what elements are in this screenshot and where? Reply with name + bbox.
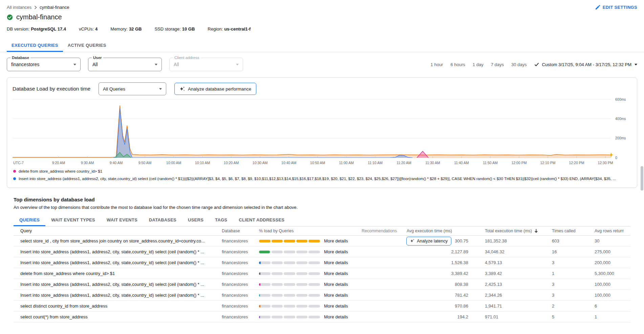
scrollbar-thumb[interactable] — [641, 166, 643, 191]
column-header-load-by-queries[interactable]: % load by Queries — [259, 229, 357, 233]
total-execution-time-cell: 4,579.13 — [468, 260, 550, 265]
meta-vcpus: vCPUs:4 — [79, 26, 98, 32]
times-called-cell: 603 — [550, 238, 594, 243]
dimension-tab-client-addresses[interactable]: CLIENT ADDRESSES — [233, 215, 290, 226]
more-details-link[interactable]: More details — [324, 303, 348, 309]
dimension-tab-wait-event-types[interactable]: WAIT EVENT TYPES — [45, 215, 101, 226]
times-called-cell: 1 — [550, 271, 594, 276]
more-details-link[interactable]: More details — [324, 282, 348, 287]
legend-item: Insert into store_address (address1, add… — [13, 175, 631, 182]
dimension-tab-databases[interactable]: DATABASES — [143, 215, 182, 226]
chevron-down-icon — [159, 88, 162, 90]
load-bar — [259, 283, 320, 286]
more-details-link[interactable]: More details — [324, 260, 348, 265]
column-header-label: Total execution time (ms) — [485, 229, 532, 233]
avg-execution-time-value: 2,127.89 — [451, 249, 468, 254]
page-title: cymbal-finance — [16, 13, 62, 21]
instance-meta: DB version:PostgreSQL 17.4vCPUs:4Memory:… — [0, 21, 644, 32]
time-range-1-day[interactable]: 1 day — [473, 62, 484, 67]
svg-text:600ms: 600ms — [615, 97, 626, 101]
query-cell[interactable]: select distinct country_id from store_ad… — [20, 303, 222, 309]
load-bar-segment — [272, 240, 283, 242]
svg-text:9:20 AM: 9:20 AM — [52, 161, 65, 165]
svg-text:10:50 AM: 10:50 AM — [310, 161, 325, 165]
time-range-7-days[interactable]: 7 days — [491, 62, 504, 67]
time-range-30-days[interactable]: 30 days — [511, 62, 527, 67]
query-cell[interactable]: Insert into store_address (address1, add… — [20, 282, 222, 287]
main-tabs: EXECUTED QUERIESACTIVE QUERIES — [0, 39, 644, 52]
svg-text:10:40 AM: 10:40 AM — [281, 161, 296, 165]
analyze-latency-button[interactable]: Analyze latency — [406, 237, 451, 245]
load-cell: More details — [259, 314, 357, 319]
query-cell[interactable]: select count(*) from store_address — [20, 314, 222, 319]
load-cell: More details — [259, 282, 357, 287]
load-bar-segment — [284, 294, 295, 297]
column-header-database[interactable]: Database — [222, 229, 259, 233]
query-filter-select[interactable]: All Queries — [99, 82, 166, 95]
column-header-label: Avg rows returned — [595, 229, 624, 233]
svg-text:12:10 PM: 12:10 PM — [540, 161, 556, 165]
tab-active-queries[interactable]: ACTIVE QUERIES — [63, 39, 111, 52]
load-bar-segment — [308, 283, 320, 286]
query-cell[interactable]: Insert into store_address (address1, add… — [20, 293, 222, 298]
load-bar-segment — [296, 316, 308, 318]
database-load-chart[interactable]: 9:20 AM9:30 AM9:40 AM9:50 AM10:00 AM10:1… — [13, 97, 632, 167]
more-details-link[interactable]: More details — [324, 314, 348, 319]
load-bar-segment — [308, 305, 320, 308]
database-cell: financestores — [222, 314, 259, 319]
time-range-custom[interactable]: Custom 3/17/25, 9:04 AM - 3/17/25, 12:32… — [534, 62, 638, 67]
avg-execution-time-cell: 194.2 — [402, 314, 468, 319]
svg-text:11:20 AM: 11:20 AM — [396, 161, 411, 165]
column-header-avg-execution-time-ms[interactable]: Avg execution time (ms) — [402, 229, 468, 233]
chevron-right-icon — [34, 6, 37, 9]
edit-settings-button[interactable]: EDIT SETTINGS — [595, 5, 637, 10]
time-range-selector: 1 hour6 hours1 day7 days30 daysCustom 3/… — [431, 62, 637, 67]
load-cell: More details — [259, 238, 357, 243]
load-bar-segment — [284, 251, 295, 253]
avg-execution-time-value: 781.42 — [455, 293, 468, 298]
more-details-link[interactable]: More details — [324, 271, 348, 276]
filter-database[interactable]: Databasefinancestores — [7, 58, 81, 71]
query-cell[interactable]: select store_id , city from store_addres… — [20, 238, 222, 243]
times-called-cell: 16 — [550, 249, 594, 254]
query-cell[interactable]: Insert into store_address (address1, add… — [20, 249, 222, 254]
column-header-total-execution-time-ms[interactable]: Total execution time (ms) — [468, 229, 550, 233]
time-range-1-hour[interactable]: 1 hour — [431, 62, 443, 67]
analyze-database-performance-button[interactable]: Analyze database performance — [174, 83, 256, 95]
tab-executed-queries[interactable]: EXECUTED QUERIES — [7, 39, 63, 52]
top-dimensions-title: Top dimensions by database load — [14, 197, 630, 202]
filter-user[interactable]: UserAll — [88, 58, 162, 71]
more-details-link[interactable]: More details — [324, 238, 348, 243]
breadcrumb: All instances cymbal-finance — [7, 5, 69, 10]
time-range-custom-label: Custom 3/17/25, 9:04 AM - 3/17/25, 12:32… — [542, 62, 632, 67]
query-cell[interactable]: delete from store_address where country_… — [20, 271, 222, 276]
more-details-link[interactable]: More details — [324, 249, 348, 254]
svg-text:10:10 AM: 10:10 AM — [195, 161, 210, 165]
load-bar — [259, 272, 320, 275]
total-execution-time-cell: 181,352.38 — [468, 238, 550, 243]
dimension-tab-wait-events[interactable]: WAIT EVENTS — [101, 215, 143, 226]
more-details-link[interactable]: More details — [324, 293, 348, 298]
column-header-recommendations[interactable]: Recommendations — [357, 229, 402, 233]
query-cell[interactable]: Insert into store_address (address1, add… — [20, 260, 222, 265]
column-header-times-called[interactable]: Times called — [550, 229, 594, 233]
column-header-query[interactable]: Query — [20, 229, 222, 233]
column-header-avg-rows-returned[interactable]: Avg rows returned — [594, 229, 624, 233]
load-bar-segment — [284, 305, 295, 308]
dimension-tab-tags[interactable]: TAGS — [209, 215, 233, 226]
avg-execution-time-cell: 1,526.38 — [402, 260, 468, 265]
dimension-tab-users[interactable]: USERS — [182, 215, 209, 226]
breadcrumb-all-instances[interactable]: All instances — [7, 5, 31, 10]
avg-execution-time-cell: 808.38 — [402, 282, 468, 287]
load-bar-segment — [308, 294, 320, 297]
total-execution-time-cell: 1,941.71 — [468, 303, 550, 309]
sort-desc-icon[interactable] — [534, 229, 538, 233]
time-range-6-hours[interactable]: 6 hours — [450, 62, 465, 67]
load-bar — [259, 316, 320, 318]
dimension-tabs: QUERIESWAIT EVENT TYPESWAIT EVENTSDATABA… — [14, 215, 630, 227]
load-bar-segment — [308, 240, 320, 242]
top-dimensions-subtitle: An overview of the top dimensions that c… — [14, 205, 630, 210]
dimension-tab-queries[interactable]: QUERIES — [14, 215, 45, 226]
load-cell: More details — [259, 260, 357, 265]
total-execution-time-cell: 2,344.26 — [468, 293, 550, 298]
